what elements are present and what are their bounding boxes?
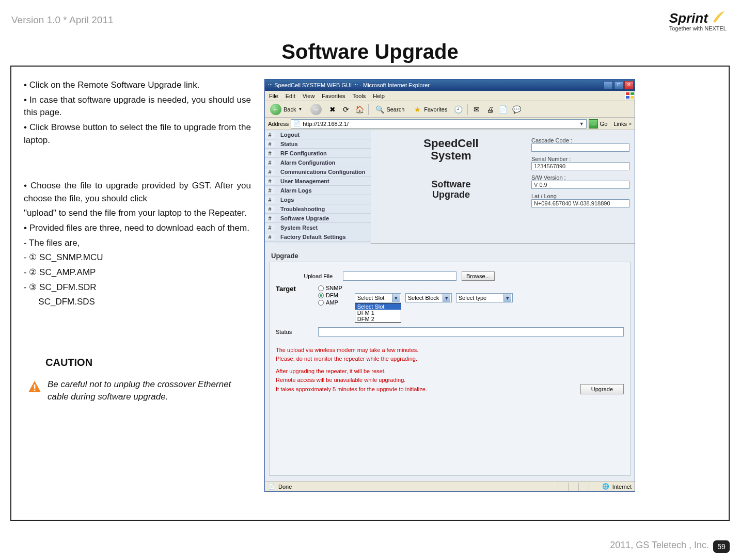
upgrade-heading: Upgrade xyxy=(269,249,631,262)
section-title-1: Software xyxy=(431,179,470,189)
content-frame: • Click on the Remote Software Upgrade l… xyxy=(10,66,730,521)
page-number: 59 xyxy=(713,540,730,553)
section-title-2: Upgrade xyxy=(432,189,470,200)
nav-item-logs[interactable]: #Logs xyxy=(265,195,371,204)
page-status-icon: 📄 xyxy=(268,483,275,490)
serial-field[interactable]: 1234567890 xyxy=(531,162,629,170)
nav-item-system-reset[interactable]: #System Reset xyxy=(265,223,371,232)
stop-icon[interactable]: ✖ xyxy=(328,105,337,114)
favorites-label: Favorites xyxy=(424,106,447,113)
browse-button[interactable]: Browse... xyxy=(462,271,495,281)
refresh-icon[interactable]: ⟳ xyxy=(341,105,351,114)
caution-text: Be careful not to unplug the crossover E… xyxy=(48,378,251,403)
maximize-button[interactable]: □ xyxy=(614,81,623,89)
instructions-column: • Click on the Remote Software Upgrade l… xyxy=(24,79,251,509)
nav-item-logout[interactable]: #Logout xyxy=(265,130,371,139)
instr-line: • Choose the file to upgrade provided by… xyxy=(24,180,251,205)
minimize-button[interactable]: _ xyxy=(604,81,613,89)
home-icon[interactable]: 🏠 xyxy=(355,105,364,114)
select-block[interactable]: Select Block xyxy=(405,293,452,302)
upload-file-input[interactable] xyxy=(343,271,456,281)
instr-line: - ② SC_AMP.AMP xyxy=(24,266,251,279)
radio-label: DFM xyxy=(326,292,338,298)
app-title-1: SpeedCell xyxy=(423,137,478,150)
menu-file[interactable]: File xyxy=(269,93,278,99)
edit-icon[interactable]: 📄 xyxy=(499,105,508,114)
menu-tools[interactable]: Tools xyxy=(353,93,366,99)
nav-item-rf-config[interactable]: #RF Configuration xyxy=(265,149,371,158)
brand-wing-icon xyxy=(712,10,726,26)
status-field xyxy=(318,327,624,337)
instr-line: - The files are, xyxy=(24,237,251,250)
instr-line: SC_DFM.SDS xyxy=(24,296,251,309)
browser-window: ::: SpeedCell SYSTEM WEB GUI ::: - Micro… xyxy=(264,79,635,492)
warn-line: After upgrading the repeater, it will be… xyxy=(276,367,624,376)
go-button[interactable]: → xyxy=(589,119,598,129)
slot-option-1[interactable]: DFM 1 xyxy=(355,310,401,316)
page-icon: 📄 xyxy=(293,120,301,127)
instr-line: - ① SC_SNMP.MCU xyxy=(24,251,251,264)
forward-button[interactable]: → xyxy=(308,103,324,116)
target-radio-amp[interactable]: AMP xyxy=(318,299,342,306)
status-zone: Internet xyxy=(612,484,632,490)
menu-favorites[interactable]: Favorites xyxy=(322,93,345,99)
close-button[interactable]: ✕ xyxy=(624,81,634,89)
upgrade-button[interactable]: Upgrade xyxy=(580,384,624,394)
version-line: Version 1.0 * April 2011 xyxy=(11,14,114,26)
latlong-field[interactable]: N+094.657840 W-038.918890 xyxy=(531,199,629,207)
sw-version-label: S/W Version : xyxy=(531,174,629,181)
upload-file-label: Upload File xyxy=(276,273,338,279)
warn-line: The upload via wireless modem may take a… xyxy=(276,346,624,355)
instr-line: "upload" to send the file from your lapt… xyxy=(24,207,251,220)
slot-option-2[interactable]: DFM 2 xyxy=(355,316,401,322)
select-type[interactable]: Select type xyxy=(456,293,513,302)
back-label: Back xyxy=(284,106,296,113)
svg-rect-6 xyxy=(631,96,634,99)
warn-line: Remote access will be unavailable while … xyxy=(276,376,624,385)
select-slot[interactable]: Select Slot Select Slot DFM 1 DFM 2 xyxy=(355,293,401,302)
brand-name: Sprint xyxy=(669,10,708,26)
instr-line: • Click on the Remote Software Upgrade l… xyxy=(24,79,251,92)
favorites-button[interactable]: ★Favorites xyxy=(411,104,449,115)
print-icon[interactable]: 🖨 xyxy=(485,105,495,114)
nav-item-troubleshooting[interactable]: #Troubleshooting xyxy=(265,204,371,214)
target-radio-snmp[interactable]: SNMP xyxy=(318,285,342,291)
nav-item-user-mgmt[interactable]: #User Management xyxy=(265,177,371,186)
discuss-icon[interactable]: 💬 xyxy=(512,105,522,114)
search-button[interactable]: 🔍Search xyxy=(373,104,406,115)
nav-item-factory-default[interactable]: #Factory Default Settings xyxy=(265,232,371,242)
target-radio-dfm[interactable]: DFM xyxy=(318,292,342,298)
menu-help[interactable]: Help xyxy=(373,93,385,99)
slot-option-0[interactable]: Select Slot xyxy=(355,303,401,310)
history-icon[interactable]: 🕘 xyxy=(454,105,463,114)
window-titlebar[interactable]: ::: SpeedCell SYSTEM WEB GUI ::: - Micro… xyxy=(265,79,635,91)
instr-line: • In case that software upgrade is neede… xyxy=(24,94,251,119)
target-label: Target xyxy=(276,285,313,293)
instr-line: - ③ SC_DFM.SDR xyxy=(24,281,251,294)
sw-version-field[interactable]: V 0.9 xyxy=(531,181,629,189)
url-text: http://192.168.2.1/ xyxy=(303,121,349,127)
select-slot-dropdown[interactable]: Select Slot DFM 1 DFM 2 xyxy=(355,303,401,323)
links-label[interactable]: Links xyxy=(613,121,627,127)
menu-edit[interactable]: Edit xyxy=(286,93,295,99)
page-title: Software Upgrade xyxy=(0,40,740,63)
nav-menu: #Logout #Status #RF Configuration #Alarm… xyxy=(265,130,371,243)
radio-label: AMP xyxy=(326,299,338,306)
instr-line: • Click Browse button to select the file… xyxy=(24,121,251,147)
status-label: Status xyxy=(276,329,313,335)
footer-text: 2011, GS Teletech , Inc. xyxy=(610,540,709,551)
nav-item-status[interactable]: #Status xyxy=(265,139,371,149)
cascade-field[interactable] xyxy=(531,143,629,152)
mail-icon[interactable]: ✉ xyxy=(472,105,481,114)
address-input[interactable]: 📄 http://192.168.2.1/ ▼ xyxy=(291,119,586,129)
menu-view[interactable]: View xyxy=(303,93,315,99)
menu-bar[interactable]: File Edit View Favorites Tools Help xyxy=(265,91,635,101)
cascade-label: Cascade Code : xyxy=(531,137,629,143)
latlong-label: Lat / Long : xyxy=(531,193,629,199)
nav-item-comm-config[interactable]: #Communications Configuration xyxy=(265,167,371,177)
back-button[interactable]: ←Back▼ xyxy=(268,103,304,116)
nav-item-alarm-config[interactable]: #Alarm Configuration xyxy=(265,158,371,167)
nav-item-software-upgrade[interactable]: #Software Upgrade xyxy=(265,214,371,223)
address-label: Address xyxy=(268,121,289,127)
nav-item-alarm-logs[interactable]: #Alarm Logs xyxy=(265,186,371,195)
